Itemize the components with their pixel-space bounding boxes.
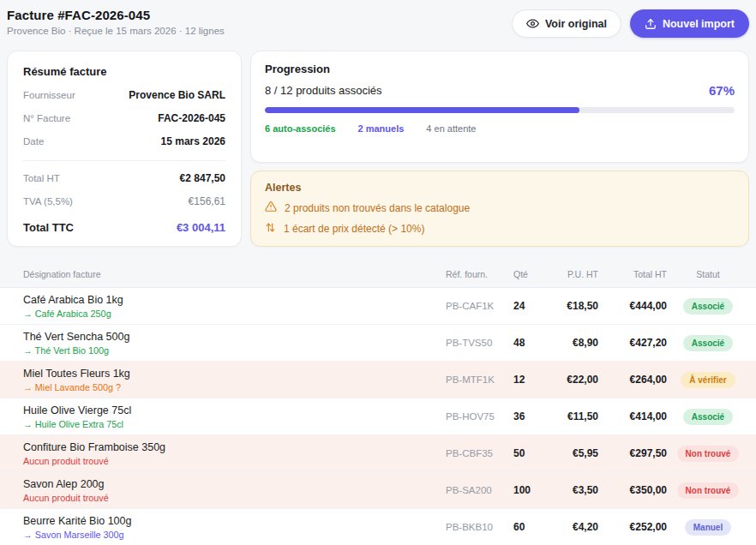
invoice-product-name: Confiture Bio Framboise 350g xyxy=(23,441,446,453)
table-body: Café Arabica Bio 1kg→ Café Arabica 250gP… xyxy=(0,288,756,545)
summary-total-row: Total HT€2 847,50 xyxy=(23,172,225,184)
table-row[interactable]: Huile Olive Vierge 75cl→ Huile Olive Ext… xyxy=(0,398,756,435)
catalog-match-link[interactable]: → Miel Lavande 500g ? xyxy=(23,382,446,392)
product-name-cell: Café Arabica Bio 1kg→ Café Arabica 250g xyxy=(0,294,446,319)
table-row[interactable]: Beurre Karité Bio 100g→ Savon Marseille … xyxy=(0,509,756,545)
summary-total-label: Total HT xyxy=(23,173,60,183)
unit-price-cell: €3,50 xyxy=(550,484,598,496)
unit-price-cell: €18,50 xyxy=(550,300,598,312)
status-badge: À vérifier xyxy=(681,372,735,388)
summary-row-value: FAC-2026-045 xyxy=(158,112,225,124)
column-header: Statut xyxy=(667,269,749,279)
summary-card-title: Résumé facture xyxy=(23,65,225,78)
table-row[interactable]: Savon Alep 200gAucun produit trouvéPB-SA… xyxy=(0,472,756,509)
view-original-label: Voir original xyxy=(545,18,607,30)
eye-icon xyxy=(526,17,539,30)
table-row[interactable]: Thé Vert Sencha 500g→ Thé Vert Bio 100gP… xyxy=(0,325,756,362)
status-badge: Associé xyxy=(683,298,733,314)
line-total-cell: €427,20 xyxy=(598,337,667,349)
summary-row: N° FactureFAC-2026-045 xyxy=(23,112,225,124)
product-name-cell: Miel Toutes Fleurs 1kg→ Miel Lavande 500… xyxy=(0,368,446,392)
catalog-match-link[interactable]: → Savon Marseille 300g xyxy=(23,530,446,540)
line-total-cell: €297,50 xyxy=(598,447,667,459)
alerts-card-title: Alertes xyxy=(265,182,735,194)
status-cell: Associé xyxy=(667,335,749,351)
status-badge: Manuel xyxy=(685,519,731,536)
summary-row: Date15 mars 2026 xyxy=(23,135,225,147)
invoice-product-name: Thé Vert Sencha 500g xyxy=(23,331,446,343)
summary-row-value: Provence Bio SARL xyxy=(129,89,225,101)
catalog-match-link[interactable]: Aucun produit trouvé xyxy=(23,493,446,503)
page-title: Facture #FAC-2026-045 xyxy=(7,8,225,22)
catalog-match-link[interactable]: → Huile Olive Extra 75cl xyxy=(23,419,446,429)
supplier-ref-cell: PB-CAF1K xyxy=(446,301,513,311)
summary-row-label: N° Facture xyxy=(23,113,70,123)
right-column: Progression 8 / 12 produits associés 67%… xyxy=(250,51,749,247)
supplier-ref-cell: PB-TVS50 xyxy=(446,338,513,348)
summary-section: Résumé facture FournisseurProvence Bio S… xyxy=(7,51,749,247)
progress-card: Progression 8 / 12 produits associés 67%… xyxy=(250,51,749,163)
status-cell: Non trouvé xyxy=(667,482,749,499)
progress-status-row: 8 / 12 produits associés 67% xyxy=(265,83,735,98)
progress-card-title: Progression xyxy=(265,63,735,75)
quantity-cell: 48 xyxy=(513,337,550,349)
status-badge: Associé xyxy=(683,409,733,425)
invoice-product-name: Huile Olive Vierge 75cl xyxy=(23,404,446,416)
status-badge: Non trouvé xyxy=(677,482,740,499)
arrows-up-down-icon xyxy=(265,222,276,236)
table-row[interactable]: Miel Toutes Fleurs 1kg→ Miel Lavande 500… xyxy=(0,362,756,398)
summary-totals: Total HT€2 847,50TVA (5,5%)€156,61 xyxy=(23,172,225,207)
quantity-cell: 36 xyxy=(513,410,550,422)
invoice-product-name: Savon Alep 200g xyxy=(23,478,446,490)
supplier-ref-cell: PB-HOV75 xyxy=(446,411,513,422)
product-name-cell: Beurre Karité Bio 100g→ Savon Marseille … xyxy=(0,515,446,540)
status-cell: Non trouvé xyxy=(667,446,749,462)
progress-percent: 67% xyxy=(709,83,735,98)
column-header: Réf. fourn. xyxy=(446,269,513,279)
view-original-button[interactable]: Voir original xyxy=(512,9,621,38)
status-cell: Associé xyxy=(667,409,749,425)
quantity-cell: 60 xyxy=(513,521,550,533)
summary-rows: FournisseurProvence Bio SARLN° FactureFA… xyxy=(23,89,225,147)
column-header: Total HT xyxy=(598,269,667,279)
summary-total-row: TVA (5,5%)€156,61 xyxy=(23,195,225,207)
line-total-cell: €350,00 xyxy=(598,484,667,496)
alert-items: 2 produits non trouvés dans le catalogue… xyxy=(265,201,735,236)
progress-legend-item: 2 manuels xyxy=(358,123,405,134)
product-name-cell: Huile Olive Vierge 75cl→ Huile Olive Ext… xyxy=(0,404,446,429)
grand-total-value: €3 004,11 xyxy=(177,221,225,234)
summary-total-label: TVA (5,5%) xyxy=(23,196,73,207)
quantity-cell: 100 xyxy=(513,484,550,496)
catalog-match-link[interactable]: → Thé Vert Bio 100g xyxy=(23,345,446,356)
progress-legend: 6 auto-associés2 manuels4 en attente xyxy=(265,123,735,134)
table-row[interactable]: Confiture Bio Framboise 350gAucun produi… xyxy=(0,435,756,472)
page-header: Facture #FAC-2026-045 Provence Bio · Reç… xyxy=(0,0,756,38)
progress-legend-item: 4 en attente xyxy=(426,123,476,134)
invoice-product-name: Beurre Karité Bio 100g xyxy=(23,515,446,527)
line-total-cell: €444,00 xyxy=(598,300,667,312)
catalog-match-link[interactable]: Aucun produit trouvé xyxy=(23,456,446,466)
status-cell: Associé xyxy=(667,298,749,314)
upload-icon xyxy=(645,18,657,30)
quantity-cell: 50 xyxy=(513,447,550,459)
invoice-product-name: Café Arabica Bio 1kg xyxy=(23,294,446,306)
new-import-button[interactable]: Nouvel import xyxy=(630,9,749,38)
product-name-cell: Savon Alep 200gAucun produit trouvé xyxy=(0,478,446,503)
alert-text: 1 écart de prix détecté (> 10%) xyxy=(284,223,424,235)
unit-price-cell: €4,20 xyxy=(550,521,598,533)
header-titles: Facture #FAC-2026-045 Provence Bio · Reç… xyxy=(7,8,225,36)
product-name-cell: Thé Vert Sencha 500g→ Thé Vert Bio 100g xyxy=(0,331,446,356)
invoice-product-name: Miel Toutes Fleurs 1kg xyxy=(23,368,446,380)
unit-price-cell: €8,90 xyxy=(550,337,598,349)
progress-status-text: 8 / 12 produits associés xyxy=(265,84,382,97)
line-total-cell: €252,00 xyxy=(598,521,667,533)
status-badge: Non trouvé xyxy=(677,446,740,462)
invoice-lines-table: Désignation factureRéf. fourn.QtéP.U. HT… xyxy=(0,261,756,545)
status-cell: À vérifier xyxy=(667,372,749,388)
summary-total-value: €2 847,50 xyxy=(180,172,225,184)
header-actions: Voir original Nouvel import xyxy=(512,8,749,38)
status-cell: Manuel xyxy=(667,519,749,536)
alert-item: 1 écart de prix détecté (> 10%) xyxy=(265,222,735,236)
table-row[interactable]: Café Arabica Bio 1kg→ Café Arabica 250gP… xyxy=(0,288,756,325)
catalog-match-link[interactable]: → Café Arabica 250g xyxy=(23,308,446,319)
